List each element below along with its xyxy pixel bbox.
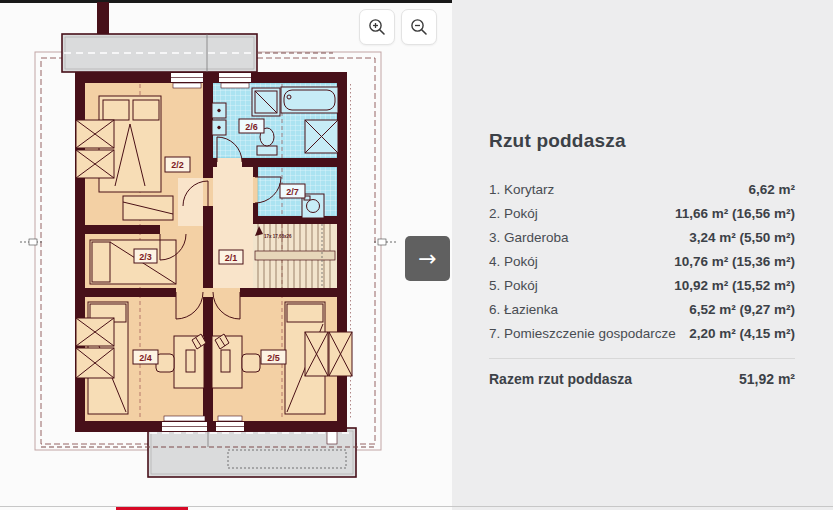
room-row-1: 1. Korytarz 6,62 m² [489,182,795,206]
room-name: 2. Pokój [489,206,538,221]
room-row-4: 4. Pokój 10,76 m² (15,36 m²) [489,254,795,278]
room-name: 1. Korytarz [489,182,554,197]
room-area: 3,24 m² (5,50 m²) [689,230,795,245]
room-list: 1. Korytarz 6,62 m² 2. Pokój 11,66 m² (1… [489,182,795,350]
room-row-5: 5. Pokój 10,92 m² (15,52 m²) [489,278,795,302]
zoom-out-icon [410,18,428,36]
total-value: 51,92 m² [739,371,795,387]
room-label-2-5: 2/5 [267,353,280,363]
zoom-out-button[interactable] [401,9,437,45]
next-plan-button[interactable]: → [405,236,450,281]
room-label-2-7: 2/7 [286,187,299,197]
zoom-in-button[interactable] [359,9,395,45]
room-label-2-4: 2/4 [139,353,152,363]
room-row-6: 6. Łazienka 6,52 m² (9,27 m²) [489,302,795,326]
panel-divider [489,358,795,359]
room-row-3: 3. Garderoba 3,24 m² (5,50 m²) [489,230,795,254]
zoom-in-icon [368,18,386,36]
floor-plan-canvas[interactable]: 17x 17,68x26 [0,0,452,505]
room-area: 10,76 m² (15,36 m²) [674,254,795,269]
right-arrow-icon: → [418,248,436,270]
balcony-top [62,2,333,72]
room-label-2-3: 2/3 [139,252,152,262]
room-name: 5. Pokój [489,278,538,293]
room-area: 10,92 m² (15,52 m²) [674,278,795,293]
room-row-7: 7. Pomieszczenie gospodarcze 2,20 m² (4,… [489,326,795,350]
room-area: 11,66 m² (16,56 m²) [675,206,795,221]
page-title: Rzut poddasza [489,130,626,152]
total-row: Razem rzut poddasza 51,92 m² [489,371,795,387]
room-name: 7. Pomieszczenie gospodarcze [489,326,676,341]
room-label-2-1: 2/1 [225,253,238,263]
balcony-bottom [41,428,375,477]
total-label: Razem rzut poddasza [489,371,632,387]
room-area: 6,62 m² [748,182,795,197]
room-name: 3. Garderoba [489,230,569,245]
plan-viewer: 17x 17,68x26 [0,0,452,510]
room-area: 6,52 m² (9,27 m²) [689,302,795,317]
room-area: 2,20 m² (4,15 m²) [689,326,795,341]
room-label-2-2: 2/2 [171,160,184,170]
plan-summary-panel: Rzut poddasza 1. Korytarz 6,62 m² 2. Pok… [452,0,833,510]
room-name: 6. Łazienka [489,302,558,317]
room-name: 4. Pokój [489,254,538,269]
room-label-2-6: 2/6 [245,122,258,132]
stair-dimensions: 17x 17,68x26 [264,234,292,239]
room-row-2: 2. Pokój 11,66 m² (16,56 m²) [489,206,795,230]
